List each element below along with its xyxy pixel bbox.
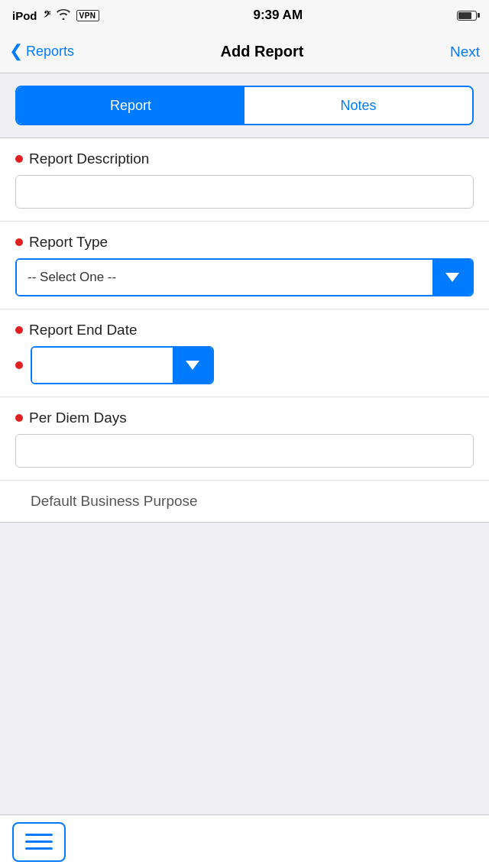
form-section: Report Description Report Type -- Select…	[0, 138, 489, 523]
required-indicator	[15, 238, 23, 246]
svg-marker-1	[186, 361, 199, 370]
bottom-toolbar	[0, 815, 489, 868]
report-type-row: Report Type -- Select One --	[0, 222, 489, 309]
chevron-left-icon: ❮	[9, 41, 23, 61]
tab-report[interactable]: Report	[17, 87, 244, 124]
report-type-label-text: Report Type	[29, 234, 108, 251]
required-indicator-date	[15, 361, 23, 369]
report-end-date-label: Report End Date	[15, 322, 474, 338]
segment-control: Report Notes	[15, 86, 474, 125]
required-indicator	[15, 326, 23, 334]
date-chevron-icon	[186, 361, 199, 370]
next-button[interactable]: Next	[450, 44, 480, 60]
per-diem-days-input[interactable]	[15, 434, 474, 468]
back-button[interactable]: ❮ Reports	[9, 43, 74, 61]
default-business-purpose-label: Default Business Purpose	[15, 479, 213, 523]
menu-line-1	[25, 834, 53, 836]
report-type-select-text: -- Select One --	[17, 260, 432, 295]
status-left: iPod 𝄢 VPN	[12, 9, 99, 22]
svg-marker-0	[445, 273, 459, 282]
dropdown-chevron-icon	[445, 273, 459, 282]
per-diem-days-row: Per Diem Days	[0, 397, 489, 481]
status-right	[457, 11, 477, 21]
default-business-purpose-row: Default Business Purpose	[0, 481, 489, 522]
wifi-signal-icon	[57, 9, 70, 20]
required-indicator	[15, 155, 23, 163]
report-description-label-text: Report Description	[29, 151, 149, 167]
report-end-date-row: Report End Date	[0, 309, 489, 397]
wifi-icon: 𝄢	[44, 9, 50, 22]
device-label: iPod	[12, 9, 37, 22]
per-diem-days-label-text: Per Diem Days	[29, 410, 127, 426]
report-description-row: Report Description	[0, 138, 489, 222]
report-end-date-label-text: Report End Date	[29, 322, 138, 338]
report-type-dropdown-arrow[interactable]	[432, 260, 472, 295]
report-end-date-picker-wrapper[interactable]	[31, 346, 214, 384]
navigation-bar: ❮ Reports Add Report Next	[0, 31, 489, 73]
status-bar: iPod 𝄢 VPN 9:39 AM	[0, 0, 489, 31]
vpn-badge: VPN	[76, 10, 99, 21]
time-display: 9:39 AM	[254, 8, 303, 23]
report-description-label: Report Description	[15, 151, 474, 167]
back-label: Reports	[26, 44, 74, 60]
menu-button[interactable]	[12, 822, 66, 862]
report-type-select-wrapper[interactable]: -- Select One --	[15, 258, 474, 296]
tab-notes[interactable]: Notes	[244, 87, 472, 124]
report-type-label: Report Type	[15, 234, 474, 251]
report-end-date-value	[32, 348, 173, 383]
battery-icon	[457, 11, 477, 21]
segment-control-container: Report Notes	[0, 73, 489, 133]
menu-line-3	[25, 847, 53, 850]
menu-line-2	[25, 840, 53, 843]
per-diem-days-label: Per Diem Days	[15, 410, 474, 426]
page-title: Add Report	[221, 43, 304, 60]
date-dropdown-arrow[interactable]	[173, 348, 212, 383]
report-description-input[interactable]	[15, 175, 474, 209]
required-indicator	[15, 414, 23, 422]
